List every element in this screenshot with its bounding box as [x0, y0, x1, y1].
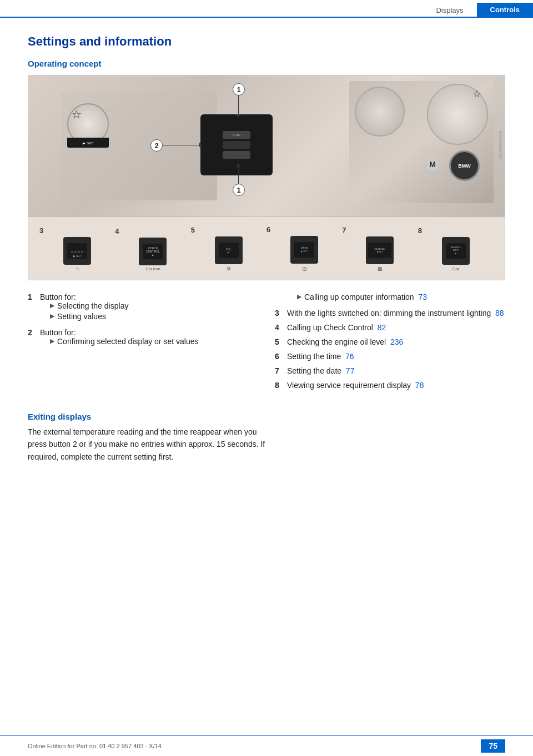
diagram-main: ☆ ▶ SET ▷ ac 1 2 1 [28, 75, 505, 217]
item-1-num: 1 [28, 293, 37, 301]
strip-item-6: 6 23:20 ▶ SET ⊙ [266, 225, 342, 273]
sub-arrow-1a: ▶ [50, 302, 54, 309]
item-1-text: Button for: ▶ Selecting the display ▶ Se… [40, 293, 258, 322]
right-item-3-text: With the lights switched on: dimming the… [287, 309, 505, 317]
item-2-text: Button for: ▶ Confirming selected displa… [40, 328, 258, 347]
ref-73[interactable]: 73 [418, 293, 427, 301]
right-item-calling: - ▶ Calling up computer information 73 [275, 293, 505, 303]
right-item-5: 5 Checking the engine oil level 236 [275, 337, 505, 346]
sub-arrow-2a: ▶ [50, 337, 54, 345]
diagram-strip: 3 ▶ SET ☆ 4 [28, 217, 505, 280]
right-item-7-text: Setting the date 77 [287, 366, 505, 375]
right-item-3-num: 3 [275, 309, 284, 317]
strip-item-3: 3 ▶ SET ☆ [39, 226, 115, 271]
col-left: 1 Button for: ▶ Selecting the display ▶ … [28, 293, 258, 395]
sub-arrow-calling: ▶ [297, 293, 301, 300]
strip-item-4: 4 CHECKCONTROL ▶ Car icon [115, 227, 190, 271]
ref-82[interactable]: 82 [378, 323, 386, 332]
exiting-section: Exiting displays The external temperatur… [28, 412, 505, 463]
tab-displays[interactable]: Displays [423, 4, 476, 17]
exiting-text: The external temperature reading and the… [28, 426, 266, 463]
right-item-6-text: Setting the time 76 [287, 352, 505, 361]
right-item-8-text: Viewing service requirement display 78 [287, 381, 505, 390]
header-tabs: Displays Controls [0, 0, 533, 18]
sub-item-1b: ▶ Setting values [50, 312, 258, 321]
sub-item-2a: ▶ Confirming selected display or set val… [50, 337, 258, 346]
right-item-8-num: 8 [275, 381, 284, 390]
footer: Online Edition for Part no. 01 40 2 957 … [0, 735, 533, 756]
right-item-8: 8 Viewing service requirement display 78 [275, 381, 505, 390]
watermark: WW130303/AW [499, 131, 502, 159]
diagram-label-2: 2 [150, 139, 163, 152]
content-columns: 1 Button for: ▶ Selecting the display ▶ … [28, 293, 505, 395]
tab-controls[interactable]: Controls [477, 3, 533, 17]
item-1: 1 Button for: ▶ Selecting the display ▶ … [28, 293, 258, 322]
right-item-7-num: 7 [275, 366, 284, 375]
diagram-container: ☆ ▶ SET ▷ ac 1 2 1 [28, 75, 505, 280]
right-item-6-num: 6 [275, 352, 284, 361]
ref-78[interactable]: 78 [415, 381, 424, 390]
main-content: Settings and information Operating conce… [0, 18, 533, 480]
strip-item-8: 8 SERVICE-INFO ▶ Car [418, 226, 494, 271]
right-item-calling-num: - [275, 293, 284, 301]
right-item-5-num: 5 [275, 337, 284, 346]
ref-88[interactable]: 88 [495, 309, 504, 317]
page-title: Settings and information [28, 34, 505, 49]
ref-236[interactable]: 236 [390, 337, 403, 346]
sub-item-calling: ▶ Calling up computer information 73 [297, 293, 505, 301]
strip-item-5: 5 OIL ▶ ⚙ [191, 226, 266, 271]
right-item-4-num: 4 [275, 323, 284, 332]
footer-page: 75 [481, 739, 505, 753]
col-right: - ▶ Calling up computer information 73 3… [275, 293, 505, 395]
right-item-4-text: Calling up Check Control 82 [287, 323, 505, 332]
item-2-num: 2 [28, 328, 37, 337]
sub-item-1a: ▶ Selecting the display [50, 301, 258, 310]
ref-77[interactable]: 77 [346, 366, 355, 375]
section-operating-concept: Operating concept [28, 59, 505, 68]
right-item-4: 4 Calling up Check Control 82 [275, 323, 505, 332]
diagram-label-1-bottom: 1 [233, 184, 245, 196]
right-item-6: 6 Setting the time 76 [275, 352, 505, 361]
item-2: 2 Button for: ▶ Confirming selected disp… [28, 328, 258, 347]
ref-76[interactable]: 76 [345, 352, 354, 361]
footer-text: Online Edition for Part no. 01 40 2 957 … [28, 743, 162, 749]
diagram-label-1-top: 1 [233, 83, 245, 95]
sub-arrow-1b: ▶ [50, 313, 54, 320]
right-item-calling-text: ▶ Calling up computer information 73 [287, 293, 505, 303]
exiting-title: Exiting displays [28, 412, 505, 421]
right-item-5-text: Checking the engine oil level 236 [287, 337, 505, 346]
strip-item-7: 7 08.04.2004 ▶ SET ▦ [342, 226, 418, 271]
right-item-3: 3 With the lights switched on: dimming t… [275, 309, 505, 317]
right-item-7: 7 Setting the date 77 [275, 366, 505, 375]
